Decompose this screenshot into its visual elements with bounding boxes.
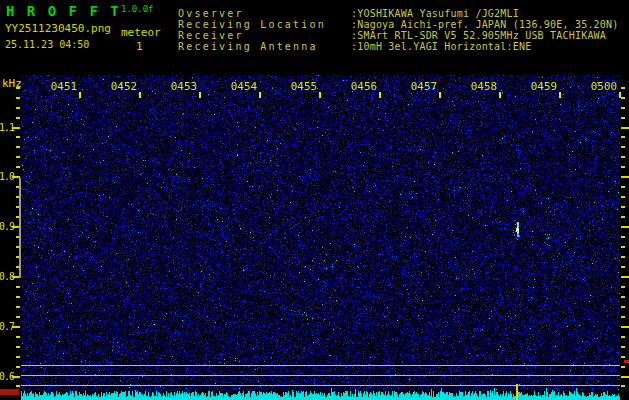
red-level-marker bbox=[0, 389, 19, 395]
freq-major-tick-right bbox=[621, 326, 629, 328]
freq-minor-tick-left bbox=[16, 87, 20, 89]
info-value: :SMArt RTL-SDR V5 52.905MHz USB TACHIKAW… bbox=[351, 30, 606, 41]
freq-minor-tick-left bbox=[16, 117, 20, 119]
time-tick bbox=[559, 92, 561, 98]
time-tick-label: 0452 bbox=[104, 80, 144, 93]
freq-minor-tick-right bbox=[621, 296, 625, 298]
freq-minor-tick-right bbox=[621, 316, 625, 318]
info-label: Receiving Location bbox=[178, 19, 351, 30]
app-title: H R O F F T bbox=[6, 3, 121, 19]
meteor-count: 1 bbox=[136, 40, 143, 53]
time-tick bbox=[199, 92, 201, 98]
long-echo-indicator-line bbox=[19, 178, 21, 278]
freq-minor-tick-right bbox=[621, 256, 625, 258]
output-filename: YY2511230450.png bbox=[5, 22, 111, 35]
time-tick-label: 0451 bbox=[44, 80, 84, 93]
freq-minor-tick-right bbox=[621, 196, 625, 198]
freq-minor-tick-left bbox=[16, 136, 20, 138]
freq-tick-label: 1.0 bbox=[0, 171, 14, 182]
freq-minor-tick-left bbox=[16, 166, 20, 168]
time-tick-label: 0453 bbox=[164, 80, 204, 93]
time-tick-label: 0455 bbox=[284, 80, 324, 93]
freq-minor-tick-right bbox=[621, 146, 625, 148]
freq-minor-tick-left bbox=[16, 346, 20, 348]
freq-minor-tick-left bbox=[16, 156, 20, 158]
freq-minor-tick-left bbox=[16, 97, 20, 99]
freq-major-tick-right bbox=[621, 376, 629, 378]
time-tick bbox=[499, 92, 501, 98]
freq-minor-tick-right bbox=[621, 117, 625, 119]
freq-tick-label: 0.6 bbox=[0, 371, 14, 382]
time-tick-label: 0459 bbox=[524, 80, 564, 93]
freq-minor-tick-right bbox=[621, 236, 625, 238]
freq-minor-tick-left bbox=[16, 366, 20, 368]
freq-minor-tick-right bbox=[621, 107, 625, 109]
info-label: Receiver bbox=[178, 30, 351, 41]
app-version: 1.0.0f bbox=[121, 4, 154, 14]
station-info-block: Ovserver:YOSHIKAWA Yasufumi /JG2MLIRecei… bbox=[178, 8, 618, 52]
red-edge-tick bbox=[624, 360, 629, 363]
freq-minor-tick-right bbox=[621, 336, 625, 338]
freq-minor-tick-left bbox=[16, 316, 20, 318]
info-row: Receiving Location:Nagoya Aichi-pref. JA… bbox=[178, 19, 618, 30]
freq-minor-tick-right bbox=[621, 366, 625, 368]
info-value: :10mH 3el.YAGI Horizontal:ENE bbox=[351, 41, 531, 52]
freq-tick-label: 0.7 bbox=[0, 321, 14, 332]
time-tick-label: 0454 bbox=[224, 80, 264, 93]
freq-minor-tick-right bbox=[621, 156, 625, 158]
freq-minor-tick-right bbox=[621, 206, 625, 208]
info-label: Receiving Antenna bbox=[178, 41, 351, 52]
info-value: :Nagoya Aichi-pref. JAPAN (136.90E, 35.2… bbox=[351, 19, 618, 30]
freq-minor-tick-left bbox=[16, 146, 20, 148]
time-tick-label: 0457 bbox=[404, 80, 444, 93]
freq-tick-label: 1.1 bbox=[0, 122, 14, 133]
freq-major-tick-right bbox=[621, 176, 629, 178]
freq-minor-tick-right bbox=[621, 306, 625, 308]
freq-minor-tick-right bbox=[621, 216, 625, 218]
time-tick-label: 0458 bbox=[464, 80, 504, 93]
time-tick bbox=[619, 92, 621, 98]
time-tick bbox=[379, 92, 381, 98]
freq-major-tick-right bbox=[621, 226, 629, 228]
freq-minor-tick-right bbox=[621, 166, 625, 168]
freq-minor-tick-right bbox=[621, 356, 625, 358]
freq-minor-tick-left bbox=[16, 296, 20, 298]
time-tick-label: 0456 bbox=[344, 80, 384, 93]
time-tick bbox=[439, 92, 441, 98]
time-tick-label: 0500 bbox=[584, 80, 624, 93]
freq-tick-label: 0.8 bbox=[0, 271, 14, 282]
observation-mode: meteor bbox=[121, 26, 161, 39]
freq-major-tick-right bbox=[621, 276, 629, 278]
time-tick bbox=[139, 92, 141, 98]
freq-minor-tick-left bbox=[16, 336, 20, 338]
freq-tick-label: 0.9 bbox=[0, 221, 14, 232]
freq-minor-tick-right bbox=[621, 266, 625, 268]
freq-minor-tick-left bbox=[16, 286, 20, 288]
freq-minor-tick-right bbox=[621, 186, 625, 188]
freq-minor-tick-right bbox=[621, 385, 625, 387]
spectrogram-canvas bbox=[21, 75, 620, 400]
observation-datetime: 25.11.23 04:50 bbox=[5, 39, 89, 50]
info-label: Ovserver bbox=[178, 8, 351, 19]
freq-minor-tick-right bbox=[621, 97, 625, 99]
info-row: Receiver:SMArt RTL-SDR V5 52.905MHz USB … bbox=[178, 30, 618, 41]
freq-minor-tick-right bbox=[621, 136, 625, 138]
freq-minor-tick-left bbox=[16, 306, 20, 308]
info-row: Ovserver:YOSHIKAWA Yasufumi /JG2MLI bbox=[178, 8, 618, 19]
freq-minor-tick-right bbox=[621, 346, 625, 348]
time-tick bbox=[259, 92, 261, 98]
freq-minor-tick-right bbox=[621, 286, 625, 288]
info-row: Receiving Antenna:10mH 3el.YAGI Horizont… bbox=[178, 41, 618, 52]
time-tick bbox=[319, 92, 321, 98]
freq-minor-tick-left bbox=[16, 107, 20, 109]
freq-minor-tick-right bbox=[621, 246, 625, 248]
freq-minor-tick-left bbox=[16, 356, 20, 358]
freq-minor-tick-left bbox=[16, 385, 20, 387]
freq-major-tick-right bbox=[621, 127, 629, 129]
info-value: :YOSHIKAWA Yasufumi /JG2MLI bbox=[351, 8, 519, 19]
hrofft-screen: H R O F F T 1.0.0f YY2511230450.png mete… bbox=[0, 0, 629, 400]
time-tick bbox=[79, 92, 81, 98]
